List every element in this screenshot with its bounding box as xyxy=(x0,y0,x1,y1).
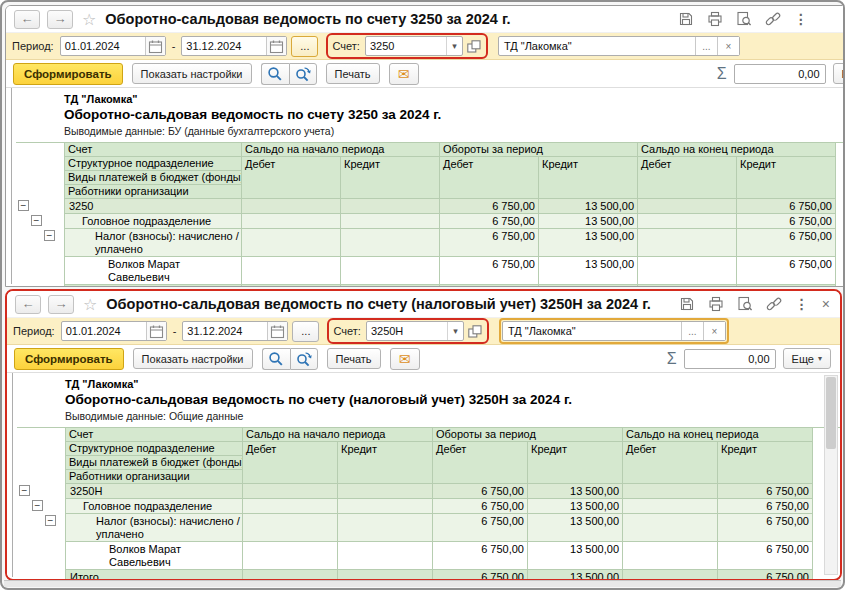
link-icon[interactable] xyxy=(765,11,781,27)
cell-value[interactable] xyxy=(242,199,341,214)
open-account-icon[interactable] xyxy=(467,323,483,339)
open-account-icon[interactable] xyxy=(466,38,482,54)
period-more-button[interactable]: ... xyxy=(292,321,319,342)
period-from-field[interactable]: 01.01.2024 xyxy=(61,321,167,341)
row-label[interactable]: Волков Марат Савельевич xyxy=(64,257,242,285)
cell-value[interactable] xyxy=(242,285,341,287)
search-icon[interactable] xyxy=(261,63,289,85)
cell-value[interactable]: 13 500,00 xyxy=(539,199,638,214)
vertical-scrollbar[interactable] xyxy=(824,375,838,575)
cell-value[interactable]: 13 500,00 xyxy=(539,285,638,287)
calendar-icon[interactable] xyxy=(266,37,286,55)
cell-value[interactable] xyxy=(623,542,718,570)
cell-value[interactable] xyxy=(623,514,718,542)
organization-clear-icon[interactable]: × xyxy=(717,37,739,55)
cell-value[interactable]: 6 750,00 xyxy=(718,484,813,499)
search-next-icon[interactable] xyxy=(289,63,317,85)
row-label[interactable]: Головное подразделение xyxy=(65,499,243,514)
favorite-star-icon[interactable]: ☆ xyxy=(82,10,96,29)
cell-value[interactable] xyxy=(243,484,338,499)
organization-choose-button[interactable]: ... xyxy=(695,37,717,55)
row-label[interactable]: Итого xyxy=(64,285,242,287)
print-icon[interactable] xyxy=(707,11,723,27)
cell-value[interactable] xyxy=(638,199,737,214)
cell-value[interactable] xyxy=(243,499,338,514)
cell-value[interactable]: 13 500,00 xyxy=(539,257,638,285)
organization-clear-icon[interactable]: × xyxy=(703,322,725,340)
print-icon[interactable] xyxy=(708,296,724,312)
cell-value[interactable] xyxy=(338,499,433,514)
cell-value[interactable] xyxy=(638,257,737,285)
cell-value[interactable] xyxy=(341,285,440,287)
send-mail-button[interactable]: ✉ xyxy=(390,348,420,370)
cell-value[interactable]: 13 500,00 xyxy=(539,229,638,257)
generate-button[interactable]: Сформировать xyxy=(14,348,124,370)
organization-field[interactable]: ТД "Лакомка" ... × xyxy=(502,321,726,341)
cell-value[interactable]: 6 750,00 xyxy=(433,542,528,570)
cell-value[interactable]: 6 750,00 xyxy=(737,199,836,214)
cell-value[interactable] xyxy=(243,514,338,542)
chevron-down-icon[interactable]: ▾ xyxy=(447,322,463,340)
cell-value[interactable] xyxy=(638,285,737,287)
cell-value[interactable]: 6 750,00 xyxy=(737,285,836,287)
account-field[interactable]: 3250 ▾ xyxy=(365,36,463,56)
cell-value[interactable] xyxy=(638,214,737,229)
save-icon[interactable] xyxy=(678,11,694,27)
cell-value[interactable]: 6 750,00 xyxy=(433,484,528,499)
cell-value[interactable]: 13 500,00 xyxy=(528,484,623,499)
show-settings-button[interactable]: Показать настройки xyxy=(133,348,253,369)
cell-value[interactable]: 6 750,00 xyxy=(737,214,836,229)
cell-value[interactable]: 13 500,00 xyxy=(528,542,623,570)
collapse-expander-icon[interactable]: − xyxy=(19,485,30,496)
cell-value[interactable] xyxy=(623,499,718,514)
more-button[interactable]: Еще xyxy=(833,63,845,84)
cell-value[interactable]: 6 750,00 xyxy=(718,514,813,542)
calendar-icon[interactable] xyxy=(145,37,165,55)
sum-icon[interactable]: Σ xyxy=(667,350,677,368)
scrollbar-thumb[interactable] xyxy=(826,377,836,449)
cell-value[interactable] xyxy=(638,229,737,257)
cell-value[interactable]: 6 750,00 xyxy=(737,257,836,285)
more-menu-icon[interactable]: ⋮ xyxy=(794,11,808,27)
send-mail-button[interactable]: ✉ xyxy=(389,63,419,85)
cell-value[interactable]: 13 500,00 xyxy=(528,514,623,542)
sum-field[interactable]: 0,00 xyxy=(734,64,826,84)
cell-value[interactable]: 6 750,00 xyxy=(433,499,528,514)
cell-value[interactable] xyxy=(338,542,433,570)
link-icon[interactable] xyxy=(766,296,782,312)
cell-value[interactable] xyxy=(341,214,440,229)
more-button[interactable]: Еще▾ xyxy=(783,348,831,369)
cell-value[interactable] xyxy=(338,484,433,499)
collapse-expander-icon[interactable]: − xyxy=(44,230,55,241)
period-to-field[interactable]: 31.12.2024 xyxy=(182,321,288,341)
search-next-icon[interactable] xyxy=(290,348,318,370)
cell-value[interactable]: 6 750,00 xyxy=(440,285,539,287)
sum-icon[interactable]: Σ xyxy=(717,65,727,83)
cell-value[interactable] xyxy=(242,214,341,229)
collapse-expander-icon[interactable]: − xyxy=(32,500,43,511)
preview-icon[interactable] xyxy=(737,296,753,312)
cell-value[interactable] xyxy=(242,257,341,285)
row-label[interactable]: 3250Н xyxy=(65,484,243,499)
collapse-expander-icon[interactable]: − xyxy=(31,215,42,226)
cell-value[interactable] xyxy=(341,257,440,285)
cell-value[interactable]: 6 750,00 xyxy=(433,514,528,542)
row-label[interactable]: Головное подразделение xyxy=(64,214,242,229)
organization-choose-button[interactable]: ... xyxy=(681,322,703,340)
forward-button[interactable]: → xyxy=(48,295,74,314)
cell-value[interactable] xyxy=(341,199,440,214)
favorite-star-icon[interactable]: ☆ xyxy=(83,295,97,314)
save-icon[interactable] xyxy=(679,296,695,312)
period-from-field[interactable]: 01.01.2024 xyxy=(60,36,166,56)
preview-icon[interactable] xyxy=(736,11,752,27)
cell-value[interactable] xyxy=(338,514,433,542)
collapse-expander-icon[interactable]: − xyxy=(18,200,29,211)
cell-value[interactable]: 6 750,00 xyxy=(737,229,836,257)
more-menu-icon[interactable]: ⋮ xyxy=(795,296,809,312)
cell-value[interactable]: 6 750,00 xyxy=(440,214,539,229)
show-settings-button[interactable]: Показать настройки xyxy=(132,63,252,84)
cell-value[interactable] xyxy=(242,229,341,257)
cell-value[interactable]: 6 750,00 xyxy=(440,229,539,257)
cell-value[interactable]: 6 750,00 xyxy=(718,542,813,570)
organization-field[interactable]: ТД "Лакомка" ... × xyxy=(498,36,740,56)
